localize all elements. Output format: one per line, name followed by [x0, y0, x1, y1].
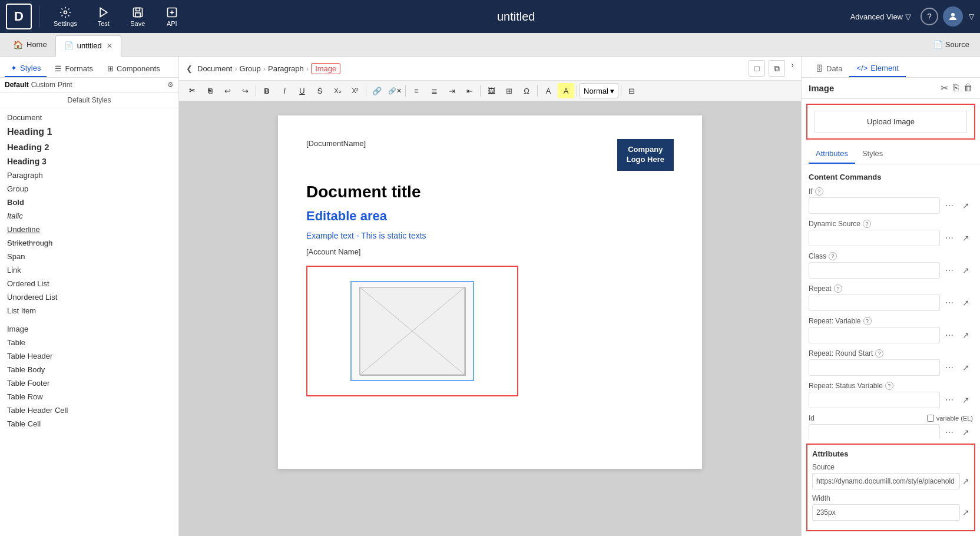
if-external-icon[interactable]: ↗	[959, 198, 973, 213]
repeat-status-variable-more-icon[interactable]: ⋯	[942, 393, 956, 407]
style-item-link[interactable]: Link	[0, 263, 178, 277]
repeat-round-start-external-icon[interactable]: ↗	[959, 360, 973, 375]
breadcrumb-expand-left[interactable]: ❮	[186, 64, 193, 73]
superscript-button[interactable]: X²	[347, 83, 363, 98]
style-item-list-item[interactable]: List Item	[0, 304, 178, 317]
editor-content[interactable]: [DocumentName] Company Logo Here Documen…	[179, 101, 801, 536]
style-dropdown[interactable]: Normal ▾	[580, 83, 618, 98]
cut-element-icon[interactable]: ✂	[941, 82, 948, 94]
repeat-round-start-help-icon[interactable]: ?	[875, 349, 883, 358]
underline-button[interactable]: U	[294, 83, 310, 98]
style-item-table-header-cell[interactable]: Table Header Cell	[0, 403, 178, 417]
style-item-h2[interactable]: Heading 2	[0, 140, 178, 154]
style-mode-default[interactable]: Default	[5, 81, 29, 89]
repeat-input[interactable]	[809, 295, 940, 311]
style-item-ordered-list[interactable]: Ordered List	[0, 277, 178, 290]
insert-image-button[interactable]: 🖼	[483, 83, 499, 98]
style-mode-print[interactable]: Print	[58, 81, 72, 89]
cut-button[interactable]: ✂	[184, 83, 200, 98]
style-item-span[interactable]: Span	[0, 250, 178, 263]
advanced-view-button[interactable]: Advanced View ▽	[846, 10, 916, 24]
repeat-help-icon[interactable]: ?	[834, 284, 842, 293]
attr-tab-styles[interactable]: Styles	[855, 144, 890, 164]
avatar-dropdown[interactable]: ▽	[969, 12, 974, 21]
id-external-icon[interactable]: ↗	[959, 425, 973, 439]
style-item-italic[interactable]: Italic	[0, 209, 178, 223]
style-item-table-cell[interactable]: Table Cell	[0, 417, 178, 431]
style-item-h3[interactable]: Heading 3	[0, 154, 178, 168]
italic-button[interactable]: I	[276, 83, 293, 98]
subscript-button[interactable]: X₂	[329, 83, 346, 98]
variable-el-checkbox-input[interactable]	[927, 415, 934, 422]
style-item-image[interactable]: Image	[0, 322, 178, 336]
repeat-round-start-input[interactable]	[809, 359, 940, 376]
sidebar-tab-formats[interactable]: ☰ Formats	[49, 60, 99, 77]
tab-home[interactable]: 🏠 Home	[5, 34, 55, 55]
special-char-button[interactable]: Ω	[518, 83, 535, 98]
if-more-icon[interactable]: ⋯	[942, 198, 956, 213]
user-avatar[interactable]	[943, 6, 963, 27]
unlink-button[interactable]: 🔗✕	[386, 83, 403, 98]
bold-button[interactable]: B	[259, 83, 275, 98]
save-button[interactable]: Save	[123, 4, 153, 29]
style-item-paragraph[interactable]: Paragraph	[0, 168, 178, 182]
breadcrumb-image[interactable]: Image	[311, 63, 340, 74]
width-open-icon[interactable]: ↗	[962, 508, 969, 517]
copy-element-icon[interactable]: ⎘	[953, 82, 959, 94]
style-item-document[interactable]: Document	[0, 111, 178, 124]
id-input[interactable]	[809, 424, 940, 439]
style-item-table-body[interactable]: Table Body	[0, 363, 178, 376]
upload-image-button[interactable]: Upload Image	[815, 111, 967, 133]
copy-button[interactable]: ⎘	[201, 83, 218, 98]
dynamic-source-help-icon[interactable]: ?	[863, 220, 871, 228]
api-button[interactable]: API	[157, 4, 187, 29]
test-button[interactable]: Test	[89, 4, 118, 29]
unordered-list-button[interactable]: ≣	[426, 83, 442, 98]
collapse-panel-btn[interactable]: □	[749, 60, 765, 77]
styles-settings-icon[interactable]: ⚙	[167, 81, 174, 89]
style-item-underline[interactable]: Underline	[0, 223, 178, 236]
style-item-table[interactable]: Table	[0, 336, 178, 349]
image-container[interactable]	[306, 266, 518, 396]
delete-element-icon[interactable]: 🗑	[964, 82, 973, 94]
id-more-icon[interactable]: ⋯	[942, 425, 956, 439]
tab-document[interactable]: 📄 untitled ✕	[55, 35, 121, 57]
dynamic-source-external-icon[interactable]: ↗	[959, 231, 973, 245]
tab-element[interactable]: </> Element	[849, 60, 906, 77]
attr-tab-attributes[interactable]: Attributes	[809, 144, 855, 164]
expand-panel-btn[interactable]: ⧉	[769, 60, 785, 77]
repeat-round-start-more-icon[interactable]: ⋯	[942, 360, 956, 375]
dynamic-source-more-icon[interactable]: ⋯	[942, 231, 956, 245]
tab-close-icon[interactable]: ✕	[107, 42, 112, 50]
style-mode-custom[interactable]: Custom	[31, 81, 55, 89]
redo-button[interactable]: ↪	[237, 83, 253, 98]
repeat-variable-input[interactable]	[809, 327, 940, 343]
source-input[interactable]	[812, 473, 960, 489]
style-item-unordered-list[interactable]: Unordered List	[0, 290, 178, 304]
link-button[interactable]: 🔗	[369, 83, 385, 98]
sidebar-tab-styles[interactable]: ✦ Styles	[5, 60, 47, 77]
source-button[interactable]: 📄 Source	[928, 38, 975, 51]
highlight-button[interactable]: A	[558, 83, 574, 98]
repeat-status-variable-external-icon[interactable]: ↗	[959, 393, 973, 407]
style-item-bold[interactable]: Bold	[0, 196, 178, 209]
repeat-variable-external-icon[interactable]: ↗	[959, 328, 973, 342]
dynamic-source-input[interactable]	[809, 230, 940, 246]
style-item-table-header[interactable]: Table Header	[0, 349, 178, 363]
breadcrumb-expand-right[interactable]: ›	[791, 60, 794, 77]
if-help-icon[interactable]: ?	[815, 187, 823, 196]
table-layout-button[interactable]: ⊟	[624, 83, 640, 98]
class-help-icon[interactable]: ?	[829, 252, 837, 260]
class-input[interactable]	[809, 262, 940, 279]
variable-el-checkbox[interactable]: variable (EL)	[927, 415, 973, 422]
repeat-variable-more-icon[interactable]: ⋯	[942, 328, 956, 342]
app-logo[interactable]: D	[6, 4, 32, 29]
style-item-group[interactable]: Group	[0, 182, 178, 196]
breadcrumb-group[interactable]: Group	[240, 64, 261, 73]
sidebar-tab-components[interactable]: ⊞ Components	[101, 60, 166, 77]
style-item-table-footer[interactable]: Table Footer	[0, 376, 178, 390]
breadcrumb-document[interactable]: Document	[197, 64, 232, 73]
width-input[interactable]	[812, 504, 960, 521]
font-color-button[interactable]: A	[540, 83, 557, 98]
repeat-status-variable-input[interactable]	[809, 392, 940, 408]
